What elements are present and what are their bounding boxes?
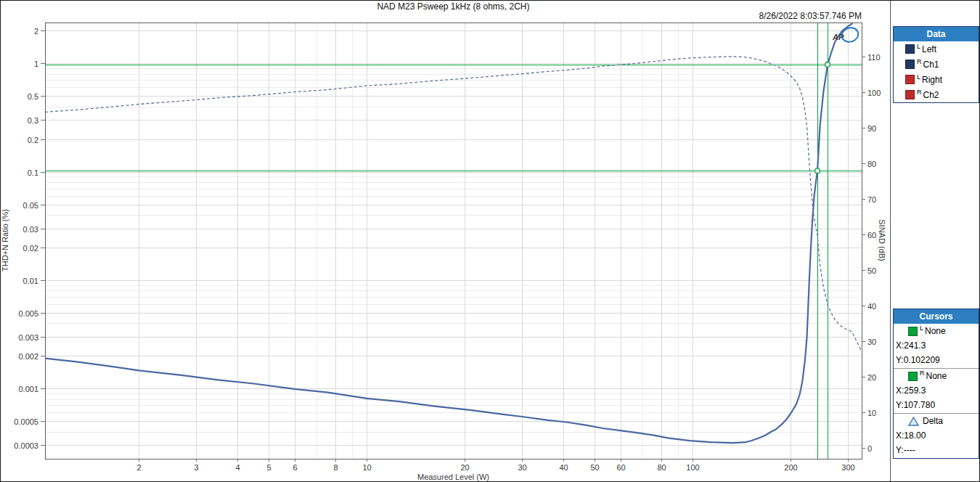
y-right-tick-label: 20	[867, 373, 876, 382]
y-left-tick-label: 0.0003	[14, 441, 38, 450]
cursor-delta-label: Delta	[923, 416, 943, 426]
legend-label: Left	[922, 44, 936, 54]
x-tick-label: 20	[460, 463, 469, 472]
x-tick-label: 50	[590, 463, 599, 472]
cursor-l-y-value: Y:0.102209	[894, 353, 979, 367]
y-left-tick-label: 0.005	[18, 309, 38, 318]
y-left-tick-label: 0.5	[28, 92, 38, 101]
legend-item-ch2[interactable]: R Ch2	[894, 87, 979, 102]
y-right-tick-label: 50	[867, 266, 876, 275]
y-left-tick-label: 0.01	[23, 277, 38, 285]
ap-logo-text: AP	[832, 33, 844, 41]
y-left-tick-label: 0.003	[18, 333, 38, 342]
y-left-tick-label: 0.05	[23, 201, 38, 210]
cursors-panel-header: Cursors	[894, 309, 979, 324]
cursor-point-marker[interactable]	[815, 168, 820, 173]
y-right-tick-label: 30	[867, 338, 876, 346]
y-right-tick-label: 100	[867, 89, 881, 97]
x-axis-title: Measured Level (W)	[417, 473, 489, 481]
x-axis-title-text: Measured Level (W)	[417, 473, 489, 481]
data-panel-header: Data	[894, 27, 979, 41]
panel-splitter[interactable]	[890, 1, 891, 482]
x-tick-label: 30	[518, 463, 526, 472]
y-left-tick-label: 0.1	[28, 168, 38, 177]
x-tick-label: 4	[235, 463, 240, 472]
x-tick-label: 40	[559, 463, 568, 472]
x-tick-label: 2	[136, 463, 141, 472]
cursor-delta-header-row[interactable]: Delta	[894, 414, 979, 428]
cursor-l-label: None	[925, 326, 946, 336]
axis-ticks-labels: 210.50.30.20.10.050.030.020.010.0050.003…	[14, 27, 881, 473]
y-left-tick-label: 1	[34, 60, 38, 68]
cursor-r-header-row[interactable]: R None	[894, 369, 979, 383]
x-tick-label: 6	[293, 463, 297, 472]
cursor-r-square-icon	[908, 372, 918, 381]
y-right-tick-label: 40	[867, 302, 876, 311]
axis-side-superscript: R	[917, 58, 922, 65]
x-tick-label: 5	[266, 463, 271, 472]
y-left-tick-label: 0.02	[23, 244, 38, 253]
y-left-tick-label: 2	[34, 27, 38, 36]
y-right-tick-label: 80	[867, 160, 876, 168]
y-right-tick-label: 90	[867, 124, 876, 133]
apx-measurement-window: NAD M23 Psweep 1kHz (8 ohms, 2CH) 8/26/2…	[0, 0, 980, 482]
delta-triangle-icon	[908, 417, 919, 426]
y-left-tick-label: 0.2	[28, 136, 38, 144]
y-right-tick-label: 0	[867, 444, 872, 453]
x-tick-label: 10	[362, 463, 371, 472]
legend-item-ch1[interactable]: R Ch1	[894, 57, 979, 72]
cursor-delta-section: Delta X:18.00 Y:----	[894, 413, 979, 458]
y-right-tick-label: 70	[867, 195, 876, 204]
legend-item-left[interactable]: L Left	[894, 41, 979, 57]
cursor-l-header-row[interactable]: L None	[894, 324, 979, 338]
sinad-curve	[45, 57, 862, 351]
axis-side-superscript: L	[917, 43, 920, 50]
y-left-tick-label: 0.001	[18, 385, 38, 393]
axis-side-superscript: L	[920, 324, 923, 332]
x-tick-label: 8	[333, 463, 338, 472]
cursors-panel: Cursors L None X:241.3 Y:0.102209 R None…	[893, 309, 979, 459]
cursor-l-section: L None X:241.3 Y:0.102209	[894, 324, 979, 368]
ch2-trace-swatch-icon	[905, 90, 915, 99]
y-right-tick-label: 10	[867, 409, 876, 417]
x-tick-label: 200	[784, 463, 797, 472]
legend-label: Ch2	[923, 90, 939, 100]
delta-triangle-shape	[909, 417, 918, 425]
y-left-tick-label: 0.0005	[14, 417, 38, 426]
cursor-delta-y-value: Y:----	[894, 443, 979, 457]
legend-label: Ch1	[923, 60, 939, 70]
x-tick-label: 300	[841, 463, 854, 472]
cursor-lines[interactable]	[45, 23, 862, 459]
y-left-tick-label: 0.03	[23, 225, 38, 234]
y-right-tick-label: 60	[867, 231, 876, 240]
x-tick-label: 100	[686, 463, 699, 472]
axis-side-superscript: R	[917, 89, 922, 96]
x-tick-label: 80	[657, 463, 666, 472]
axis-side-superscript: L	[917, 73, 920, 81]
y-left-tick-label: 0.002	[18, 352, 38, 361]
cursor-r-label: None	[926, 371, 947, 381]
y-left-tick-label: 0.3	[28, 116, 38, 125]
left-trace-swatch-icon	[905, 44, 915, 54]
ap-logo: AP	[832, 25, 860, 44]
cursor-point-marker[interactable]	[825, 62, 830, 68]
cursor-r-y-value: Y:107.780	[894, 398, 979, 412]
cursor-r-x-value: X:259.3	[894, 383, 979, 398]
grid-major	[45, 23, 862, 459]
legend-label: Right	[922, 75, 942, 85]
cursor-l-square-icon	[908, 327, 918, 336]
axis-side-superscript: R	[920, 369, 925, 377]
ch1-trace-swatch-icon	[905, 60, 915, 69]
thd-n-curve	[45, 1, 862, 443]
legend-item-right[interactable]: L Right	[894, 72, 979, 87]
data-panel: Data L Left R Ch1 L Right R Ch2	[893, 26, 979, 103]
x-tick-label: 3	[194, 463, 198, 472]
grid-minor	[45, 23, 862, 459]
y-right-tick-label: 110	[867, 53, 881, 62]
x-tick-label: 60	[616, 463, 625, 472]
right-trace-swatch-icon	[905, 75, 915, 84]
cursor-r-section: R None X:259.3 Y:107.780	[894, 368, 979, 413]
power-sweep-chart: 210.50.30.20.10.050.030.020.010.0050.003…	[1, 1, 891, 482]
cursor-l-x-value: X:241.3	[894, 338, 979, 353]
cursor-delta-x-value: X:18.00	[894, 428, 979, 443]
